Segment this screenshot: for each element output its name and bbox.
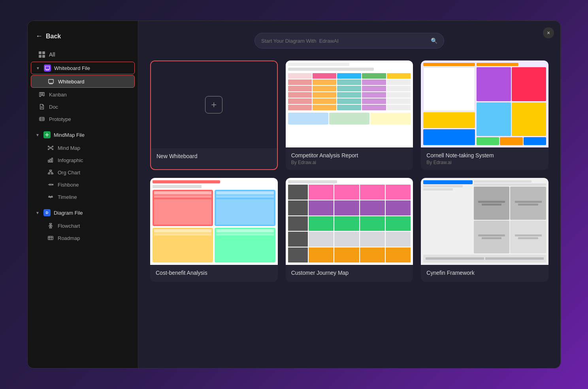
fishbone-icon bbox=[47, 181, 54, 188]
card-cynefin[interactable]: Cynefin Framework bbox=[421, 178, 548, 282]
main-content: × 🔍 + New Whiteboard bbox=[138, 21, 560, 368]
plus-icon: + bbox=[205, 96, 222, 113]
cost-benefit-title: Cost-benefit Analysis bbox=[156, 270, 272, 276]
infographic-label: Infographic bbox=[58, 157, 83, 163]
svg-rect-55 bbox=[49, 223, 51, 225]
cornell-info: Cornell Note-taking System By Edraw.ai bbox=[421, 147, 548, 170]
section-mindmap-file[interactable]: ▼ MindMap File bbox=[28, 128, 138, 142]
doc-label: Doc bbox=[49, 104, 58, 110]
sidebar-item-mind-map[interactable]: Mind Map bbox=[31, 142, 135, 154]
sidebar-item-prototype[interactable]: Prototype bbox=[31, 113, 135, 125]
diagram-file-icon: D bbox=[43, 209, 51, 216]
sidebar-item-whiteboard[interactable]: Whiteboard bbox=[31, 75, 135, 88]
all-label: All bbox=[49, 51, 55, 58]
fishbone-label: Fishbone bbox=[58, 182, 79, 188]
card-cornell[interactable]: Cornell Note-taking System By Edraw.ai bbox=[421, 60, 548, 170]
chevron-down-icon: ▼ bbox=[36, 66, 40, 70]
customer-journey-title: Customer Journey Map bbox=[291, 270, 408, 276]
card-competitor-analysis[interactable]: Competitor Analysis Report By Edraw.ai bbox=[286, 60, 413, 170]
whiteboard-item-label: Whiteboard bbox=[58, 79, 84, 85]
svg-rect-34 bbox=[49, 170, 51, 171]
whiteboard-item-icon bbox=[48, 78, 54, 85]
close-icon: × bbox=[547, 30, 550, 36]
roadmap-icon bbox=[47, 235, 54, 241]
competitor-title: Competitor Analysis Report bbox=[291, 152, 408, 159]
sidebar-item-doc[interactable]: Doc bbox=[31, 101, 135, 113]
svg-rect-56 bbox=[49, 227, 51, 228]
search-bar: 🔍 bbox=[254, 33, 444, 49]
card-cost-benefit[interactable]: Cost-benefit Analysis bbox=[150, 178, 278, 282]
chevron-mindmap-icon: ▼ bbox=[36, 133, 40, 137]
whiteboard-file-icon bbox=[44, 64, 51, 72]
mindmap-file-label: MindMap File bbox=[54, 132, 85, 138]
cornell-author: By Edraw.ai bbox=[426, 160, 543, 165]
new-whiteboard-title: New Whiteboard bbox=[156, 153, 271, 159]
svg-rect-32 bbox=[50, 159, 51, 162]
close-button[interactable]: × bbox=[543, 27, 554, 38]
card-new-whiteboard[interactable]: + New Whiteboard bbox=[150, 60, 278, 170]
svg-point-22 bbox=[50, 147, 51, 149]
svg-rect-0 bbox=[45, 66, 50, 70]
cynefin-title: Cynefin Framework bbox=[426, 270, 543, 276]
back-arrow-icon: ← bbox=[36, 32, 43, 40]
chevron-diagram-icon: ▼ bbox=[36, 211, 40, 215]
doc-icon bbox=[39, 104, 45, 110]
new-whiteboard-preview: + bbox=[151, 61, 277, 148]
mind-map-label: Mind Map bbox=[58, 145, 80, 151]
svg-point-17 bbox=[46, 134, 47, 136]
svg-rect-33 bbox=[52, 158, 53, 162]
cost-benefit-preview bbox=[150, 178, 278, 265]
infographic-icon bbox=[47, 157, 54, 163]
svg-rect-59 bbox=[48, 236, 53, 240]
kanban-label: Kanban bbox=[49, 92, 67, 98]
svg-line-28 bbox=[49, 148, 50, 149]
svg-rect-8 bbox=[40, 93, 41, 97]
org-chart-label: Org Chart bbox=[58, 170, 80, 176]
sidebar-item-kanban[interactable]: Kanban bbox=[31, 89, 135, 100]
sidebar: ← Back All ▼ Whiteboard File bbox=[28, 21, 138, 368]
org-chart-icon bbox=[47, 169, 54, 176]
mindmap-file-icon bbox=[43, 131, 51, 138]
sidebar-item-org-chart[interactable]: Org Chart bbox=[31, 166, 135, 178]
timeline-label: Timeline bbox=[58, 194, 77, 200]
cynefin-preview bbox=[421, 178, 548, 265]
sidebar-item-flowchart[interactable]: Flowchart bbox=[31, 220, 135, 232]
timeline-icon bbox=[47, 194, 54, 200]
sidebar-item-all[interactable]: All bbox=[31, 48, 135, 61]
search-input[interactable] bbox=[261, 38, 427, 44]
cards-grid: + New Whiteboard bbox=[150, 60, 548, 282]
prototype-icon bbox=[39, 116, 45, 122]
svg-rect-31 bbox=[48, 160, 49, 162]
svg-rect-9 bbox=[41, 93, 43, 95]
sidebar-item-infographic[interactable]: Infographic bbox=[31, 154, 135, 166]
svg-rect-10 bbox=[43, 93, 45, 96]
svg-rect-36 bbox=[51, 173, 53, 174]
svg-line-29 bbox=[51, 147, 52, 147]
kanban-icon bbox=[39, 91, 45, 98]
svg-rect-35 bbox=[48, 173, 50, 174]
sidebar-item-timeline[interactable]: Timeline bbox=[31, 191, 135, 203]
app-window: ← Back All ▼ Whiteboard File bbox=[27, 21, 561, 368]
card-customer-journey[interactable]: Customer Journey Map bbox=[286, 178, 413, 282]
svg-line-27 bbox=[49, 147, 50, 147]
section-whiteboard-file[interactable]: ▼ Whiteboard File bbox=[31, 62, 135, 74]
cornell-title: Cornell Note-taking System bbox=[426, 152, 543, 159]
svg-line-30 bbox=[51, 148, 52, 149]
cynefin-info: Cynefin Framework bbox=[421, 265, 548, 282]
prototype-label: Prototype bbox=[49, 116, 71, 122]
all-icon bbox=[39, 51, 45, 58]
section-diagram-file[interactable]: ▼ D Diagram File bbox=[28, 206, 138, 219]
competitor-author: By Edraw.ai bbox=[291, 160, 408, 165]
mind-map-icon bbox=[47, 145, 54, 151]
diagram-file-label: Diagram File bbox=[54, 210, 83, 216]
customer-journey-preview bbox=[286, 178, 413, 265]
cost-benefit-info: Cost-benefit Analysis bbox=[150, 265, 278, 282]
cornell-preview bbox=[421, 60, 548, 147]
back-button[interactable]: ← Back bbox=[28, 29, 138, 48]
sidebar-item-fishbone[interactable]: Fishbone bbox=[31, 179, 135, 191]
search-icon: 🔍 bbox=[431, 38, 437, 44]
sidebar-item-roadmap[interactable]: Roadmap bbox=[31, 232, 135, 244]
flowchart-icon bbox=[47, 223, 54, 229]
flowchart-label: Flowchart bbox=[58, 223, 80, 229]
roadmap-label: Roadmap bbox=[58, 235, 80, 241]
